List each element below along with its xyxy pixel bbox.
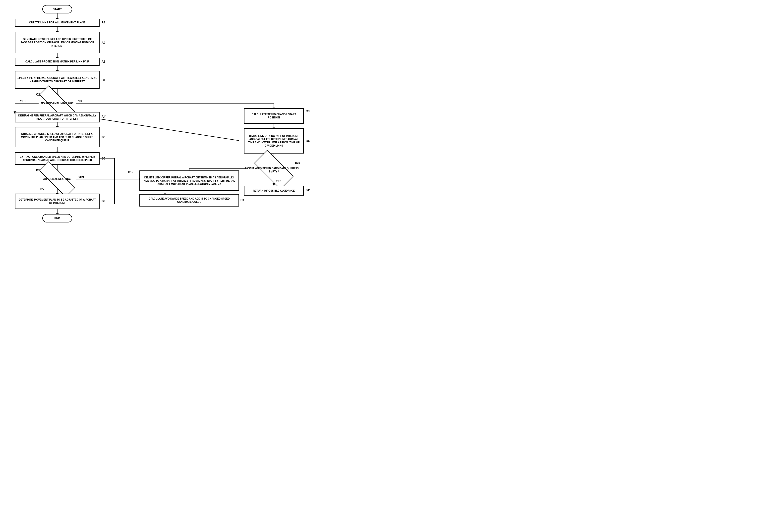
c4-label: C4 xyxy=(306,139,309,143)
b12-label: B12 xyxy=(128,170,133,173)
b11-box: RETURN IMPOSSIBLE AVOIDANCE xyxy=(244,186,304,196)
b6-label: B6 xyxy=(102,157,105,160)
b5-box: INITIALIZE CHANGED SPEED OF AIRCRAFT OF … xyxy=(15,127,100,147)
svg-line-44 xyxy=(87,117,239,141)
flowchart: START CREATE LINKS FOR ALL MOVEMENT PLAN… xyxy=(0,0,384,266)
a1-label: A1 xyxy=(102,21,105,24)
c2-text: NO ABNORMAL NEARING? xyxy=(32,98,82,109)
b10-text: CHANGED SPEED CANDIDATE QUEUE IS EMPTY? xyxy=(246,161,301,179)
a4-label: A4' xyxy=(102,115,106,118)
b7-text: ABNORMAL NEARING? xyxy=(32,173,82,184)
end-node: END xyxy=(42,214,72,222)
b5-label: B5 xyxy=(102,136,105,139)
c4-box: DIVIDE LINK OF AIRCRAFT OF INTEREST AND … xyxy=(244,128,304,154)
a3-box: CALCULATE PROJECTION MATRIX PER LINK PAI… xyxy=(15,58,100,66)
yes-b7-label: YES xyxy=(78,176,84,179)
b10-label: B10 xyxy=(295,161,300,164)
b8-label: B8 xyxy=(102,200,105,203)
a2-box: GENERATE LOWER LIMIT AND UPPER LIMIT TIM… xyxy=(15,32,100,53)
c3-box: CALCULATE SPEED CHANGE START POSITION xyxy=(244,108,304,124)
b9-label: B9 xyxy=(240,199,244,202)
no-b10-label: NO xyxy=(245,167,249,170)
yes-b10-label: YES xyxy=(276,180,281,183)
c2-label: C2 xyxy=(36,93,40,96)
a4-box: DETERMINE PERIPHERAL AIRCRAFT WHICH CAN … xyxy=(15,112,100,122)
b8-box: DETERMINE MOVEMENT PLAN TO BE ADJUSTED O… xyxy=(15,194,100,209)
b7-label: B7 xyxy=(36,169,40,172)
start-node: START xyxy=(42,5,72,13)
a2-label: A2 xyxy=(102,41,105,45)
b11-label: B11 xyxy=(306,189,311,192)
a1-box: CREATE LINKS FOR ALL MOVEMENT PLANS xyxy=(15,19,100,27)
c1-box: SPECIFY PERIPHERAL AIRCRAFT WITH EARLIES… xyxy=(15,71,100,89)
b12-box: DELETE LINK OF PERIPHERAL AIRCRAFT DETER… xyxy=(139,170,239,191)
b9-box: CALCULATE AVOIDANCE SPEED AND ADD IT TO … xyxy=(139,194,239,207)
c3-label: C3 xyxy=(306,109,309,113)
no-c2-label: NO xyxy=(78,100,82,103)
c1-label: C1 xyxy=(102,78,105,82)
no-b7-label: NO xyxy=(40,187,45,190)
b6-box: EXTRACT ONE CHANGED SPEED AND DETERMINE … xyxy=(15,152,100,165)
a3-label: A3 xyxy=(102,60,105,63)
yes-c2-label: YES xyxy=(20,100,25,103)
